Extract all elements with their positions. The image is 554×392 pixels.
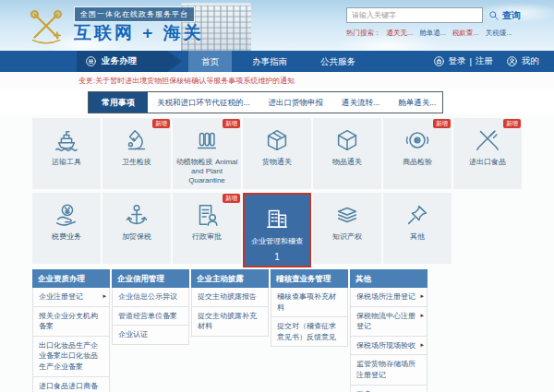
annotation-mark: 1 (245, 252, 309, 262)
service-tile-label: 物品通关 (315, 158, 379, 167)
my-account[interactable]: 我的 (506, 55, 539, 67)
panel-item[interactable]: 企业信息公示异议 (112, 288, 189, 307)
magnifier-icon (488, 10, 500, 21)
panel-item-label: 提交对（稽查征求意见书）反馈意见 (277, 322, 336, 341)
panel-column: 其他保税场所注册登记▸保税物流中心注册登记▸保税场所现场验收▸监管货物存储场所注… (350, 269, 428, 392)
service-tile-label: 运输工具 (34, 158, 99, 167)
service-tile-label: 行政审批 (175, 232, 239, 242)
service-tile[interactable]: 商品检验新增 (383, 118, 452, 189)
panel-item[interactable]: 企业注册登记▸ (32, 288, 110, 307)
panel-column: 企业信用管理企业信息公示异议管道经营单位备案企业认证 (112, 269, 189, 345)
panel-item[interactable]: 管道经营单位备案 (112, 307, 189, 327)
panel-item[interactable]: 提交对（稽查征求意见书）反馈意见 (271, 317, 348, 347)
hot-search-item[interactable]: 舱单通... (419, 29, 446, 38)
search-input[interactable] (346, 7, 483, 23)
login-label[interactable]: 登录 (449, 55, 466, 67)
new-badge: 新增 (152, 119, 170, 128)
site-title: 互联网 + 海关 (74, 21, 204, 45)
panel-column: 企业资质办理企业注册登记▸报关企业分支机构备案出口化妆品生产企业备案出口化妆品生… (32, 269, 110, 392)
quarantine-icon (193, 126, 221, 154)
service-tile[interactable]: 加贸保税 (102, 193, 171, 264)
hot-search-label: 热门搜索： (346, 29, 381, 38)
search-button[interactable]: 查询 (488, 9, 521, 22)
new-badge: 新增 (503, 119, 521, 128)
microscope-icon (123, 126, 151, 154)
service-tile[interactable]: 行政审批新增 (173, 193, 241, 264)
hot-search-item[interactable]: 关税缓... (486, 29, 512, 38)
nav-item-home[interactable]: 首页 (188, 51, 232, 72)
panel-item[interactable]: 保税物流中心注册登记▸ (350, 307, 428, 337)
person-circle-icon (506, 55, 518, 67)
service-tile-label: 动植物检疫 Animal and Plant Quarantine (175, 158, 239, 185)
panel-item-label: 企业认证 (118, 330, 148, 339)
panel-item-label: 出口化妆品生产企业备案出口化妆品生产企业备案 (39, 341, 98, 371)
service-tile[interactable]: 知识产权 (313, 193, 381, 264)
announcement-link[interactable]: 变更:关于暂时进出境货物担保核销确认等服务事项系统维护的通知 (78, 76, 295, 86)
nav-item-link[interactable]: 公共服务 (307, 51, 368, 72)
panel-item[interactable]: 保税场所注册登记▸ (350, 288, 428, 307)
category-tab[interactable]: 进出口货物申报 (259, 92, 333, 113)
service-tile-label: 卫生检疫 (104, 158, 169, 167)
service-tile[interactable]: 物品通关 (313, 118, 381, 189)
category-tab[interactable]: 舱单通关... (389, 92, 445, 113)
panel-item-label: 提交主动披露补充材料 (198, 312, 257, 331)
tax-icon (53, 201, 80, 229)
panel-item-label: 保税物流中心注册登记 (356, 312, 416, 331)
service-tile[interactable]: 货物通关 (243, 118, 311, 189)
panel-item[interactable]: 保税场所现场验收▸ (350, 337, 428, 356)
business-menu-button[interactable]: 业务办理 (77, 51, 182, 72)
chevron-right-icon: ▸ (420, 340, 424, 350)
page: 全国一体化在线政务服务平台 互联网 + 海关 查询 热门搜索： 通关无...舱单… (0, 0, 554, 392)
service-tile[interactable]: 动植物检疫 Animal and Plant Quarantine新增 (173, 118, 241, 189)
books-icon (333, 201, 361, 229)
register-label[interactable]: 注册 (476, 55, 493, 67)
panel-item[interactable]: 更多 (350, 386, 428, 392)
approval-icon (193, 201, 221, 229)
panel-column-header: 其他 (350, 269, 428, 288)
chevron-right-icon: ▸ (102, 291, 106, 301)
panel-column-header: 企业资质办理 (32, 269, 110, 288)
service-tile-label: 企业管理和稽查 (247, 237, 307, 246)
panel-item[interactable]: 提交主动披露报告 (191, 288, 269, 307)
panel-item-label: 监管货物存储场所注册登记 (356, 360, 416, 379)
panel-item[interactable]: 企业认证 (112, 326, 189, 345)
hot-search-item[interactable]: 税款查... (452, 29, 479, 38)
panel-item-label: 报关企业分支机构备案 (39, 312, 98, 331)
category-tab[interactable]: 关税和进口环节代征税的... (148, 92, 259, 113)
panel-item[interactable]: 监管货物存储场所注册登记 (350, 355, 428, 385)
panel-item-label: 保税场所注册登记 (356, 292, 416, 301)
category-tab[interactable]: 常用事项 (89, 92, 148, 113)
food-icon (474, 126, 501, 154)
service-tile[interactable]: 企业管理和稽查1 (243, 193, 311, 267)
panel-column: 稽核查业务管理稽核查事项补充材料提交对（稽查征求意见书）反馈意见 (271, 269, 348, 347)
inspection-icon (403, 126, 431, 154)
panel-item[interactable]: 进口食品进口商备案 (32, 377, 110, 392)
main-nav: 业务办理 首页办事指南公共服务 登录 | 注册 我的 (0, 51, 554, 72)
nav-item-link[interactable]: 办事指南 (239, 51, 300, 72)
panel-item-label: 企业注册登记 (39, 292, 83, 301)
service-tile[interactable]: 其他 (383, 193, 452, 264)
panel-item-label: 保税场所现场验收 (356, 341, 416, 350)
service-tile[interactable]: 运输工具 (32, 118, 101, 189)
login-register[interactable]: 登录 | 注册 (433, 55, 493, 67)
business-menu-label: 业务办理 (102, 55, 137, 67)
service-tile-label: 进出口食品 (455, 158, 520, 167)
panel-item[interactable]: 提交主动披露补充材料 (191, 307, 269, 337)
new-badge: 新增 (223, 194, 240, 203)
service-tile[interactable]: 进出口食品新增 (453, 118, 522, 189)
service-tile[interactable]: 卫生检疫新增 (102, 118, 171, 189)
category-tabs: 常用事项关税和进口环节代征税的...进出口货物申报通关流转...舱单通关... (0, 89, 554, 114)
top-banner: 全国一体化在线政务服务平台 互联网 + 海关 查询 热门搜索： 通关无...舱单… (0, 0, 554, 51)
panel-item[interactable]: 稽核查事项补充材料 (271, 288, 348, 317)
hot-search-item[interactable]: 通关无... (387, 29, 414, 38)
panel-item[interactable]: 出口化妆品生产企业备案出口化妆品生产企业备案 (32, 337, 110, 377)
panel-item-label: 稽核查事项补充材料 (277, 292, 336, 312)
panel-item-label: 进口食品进口商备案 (39, 382, 98, 392)
service-tile-label: 货物通关 (245, 158, 309, 167)
category-tab[interactable]: 通关流转... (332, 92, 389, 113)
service-tile[interactable]: 税费业务 (32, 193, 101, 264)
panel-item[interactable]: 报关企业分支机构备案 (32, 307, 110, 337)
panel-column-header: 稽核查业务管理 (271, 269, 348, 288)
cube-icon (333, 126, 361, 154)
service-tile-label: 加贸保税 (104, 232, 169, 242)
